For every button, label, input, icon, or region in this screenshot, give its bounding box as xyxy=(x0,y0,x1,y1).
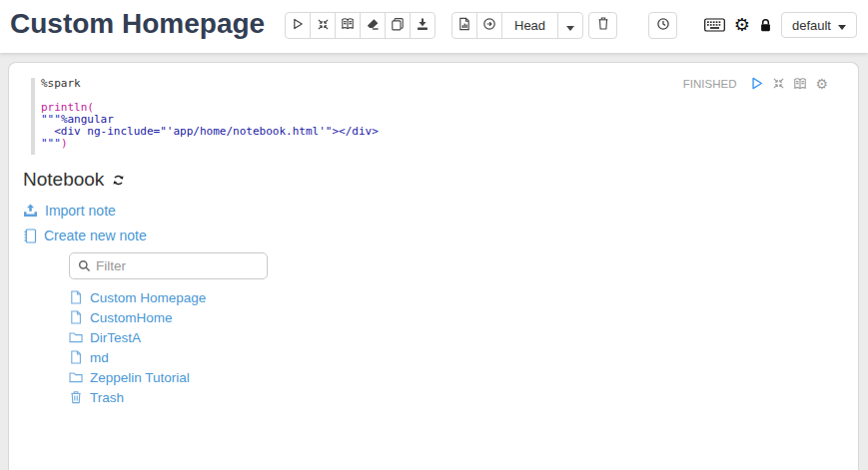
download-icon xyxy=(416,17,430,35)
import-note-label: Import note xyxy=(45,203,116,219)
trash-icon xyxy=(596,16,610,35)
play-icon xyxy=(291,17,305,35)
look-and-feel-value: default xyxy=(792,18,831,33)
version-file-icon xyxy=(457,17,471,35)
version-control-group: Head xyxy=(451,12,583,39)
trash-icon xyxy=(69,390,83,404)
note-filter-input[interactable] xyxy=(96,258,246,273)
note-title[interactable]: Custom Homepage xyxy=(10,8,265,40)
note-list-item-label: Zeppelin Tutorial xyxy=(90,370,190,385)
set-revision-button[interactable] xyxy=(476,12,502,39)
note-toolbar: Custom Homepage xyxy=(0,0,868,53)
keyboard-shortcuts-icon[interactable] xyxy=(704,18,725,32)
note-list-item[interactable]: Zeppelin Tutorial xyxy=(69,367,190,387)
file-icon xyxy=(69,350,83,364)
revision-head-label[interactable]: Head xyxy=(501,12,558,39)
note-list-item[interactable]: md xyxy=(69,347,109,367)
create-new-note-link[interactable]: Create new note xyxy=(23,228,147,243)
refresh-icon[interactable] xyxy=(112,174,125,187)
note-list-item[interactable]: CustomHome xyxy=(69,307,173,327)
look-and-feel-dropdown[interactable]: default xyxy=(781,12,857,38)
note-list-item-label: CustomHome xyxy=(90,310,173,325)
collapse-arrows-icon xyxy=(317,17,330,35)
show-hide-output-button[interactable] xyxy=(335,12,361,39)
paragraph-status: FINISHED xyxy=(683,78,737,90)
clone-note-button[interactable] xyxy=(385,12,411,39)
run-paragraph-play-icon[interactable] xyxy=(749,76,764,91)
upload-icon xyxy=(23,204,38,218)
notebook-heading-label: Notebook xyxy=(23,169,104,191)
note-list-item[interactable]: Custom Homepage xyxy=(69,287,206,307)
paragraph-output: Notebook Import note Create new note Cus… xyxy=(23,169,622,407)
note-list-item-label: Trash xyxy=(90,390,124,405)
scheduler-button[interactable] xyxy=(648,12,677,39)
note-list-item[interactable]: DirTestA xyxy=(69,327,141,347)
clear-output-button[interactable] xyxy=(360,12,386,39)
note-list-item-label: DirTestA xyxy=(90,330,141,345)
show-editor-book-icon[interactable] xyxy=(793,77,807,91)
note-list: Custom HomepageCustomHomeDirTestAmdZeppe… xyxy=(69,287,622,407)
import-note-link[interactable]: Import note xyxy=(23,203,116,219)
note-action-group xyxy=(285,12,435,39)
notebook-icon xyxy=(23,229,37,243)
revision-dropdown-button[interactable] xyxy=(557,12,583,39)
note-list-item[interactable]: Trash xyxy=(69,387,124,407)
paragraph-controls: FINISHED ⚙ xyxy=(683,76,828,91)
file-icon xyxy=(69,290,83,304)
remove-note-button[interactable] xyxy=(588,12,617,39)
create-new-note-label: Create new note xyxy=(44,228,147,243)
clock-icon xyxy=(656,17,670,35)
eraser-icon xyxy=(366,17,380,35)
code-editor[interactable]: %sparkprintln("""%angular <div ng-includ… xyxy=(41,78,379,150)
commit-version-button[interactable] xyxy=(451,12,477,39)
topbar-right-controls: ⚙ default xyxy=(704,12,857,38)
show-hide-code-button[interactable] xyxy=(310,12,336,39)
zeppelin-note-page: Custom Homepage xyxy=(0,0,868,470)
clone-icon xyxy=(391,17,405,35)
note-paragraph-card: FINISHED ⚙ %sparkprintln("""%angular <di… xyxy=(8,62,859,470)
book-icon xyxy=(341,17,355,35)
file-icon xyxy=(69,310,83,324)
interpreter-gear-icon[interactable]: ⚙ xyxy=(734,16,750,34)
folder-icon xyxy=(69,331,83,343)
caret-down-icon xyxy=(838,18,846,33)
editor-gutter xyxy=(31,78,35,155)
export-note-button[interactable] xyxy=(410,12,435,39)
run-all-button[interactable] xyxy=(285,12,311,39)
note-list-item-label: Custom Homepage xyxy=(90,290,206,305)
notebook-heading: Notebook xyxy=(23,169,622,191)
folder-icon xyxy=(69,371,83,383)
caret-down-icon xyxy=(566,17,574,35)
note-list-item-label: md xyxy=(90,350,109,365)
note-filter-box xyxy=(69,252,268,279)
collapse-paragraph-icon[interactable] xyxy=(772,77,785,90)
lock-icon[interactable] xyxy=(759,18,772,33)
circle-arrow-icon xyxy=(482,17,496,35)
paragraph-settings-gear-icon[interactable]: ⚙ xyxy=(815,77,828,91)
search-icon xyxy=(78,259,91,272)
